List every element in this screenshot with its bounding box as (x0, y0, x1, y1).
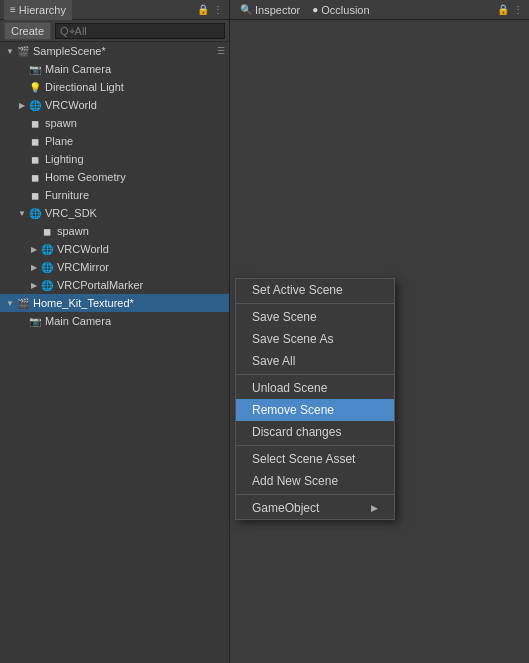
menu-item-add-new-scene[interactable]: Add New Scene (236, 470, 394, 492)
menu-item-save-scene[interactable]: Save Scene (236, 306, 394, 328)
inspector-menu-btn[interactable]: ⋮ (511, 4, 525, 15)
menu-label-select-scene-asset: Select Scene Asset (252, 452, 355, 466)
label-maincamera1: Main Camera (45, 63, 111, 75)
world-icon-2: 🌐 (40, 242, 54, 256)
world-icon-1: 🌐 (28, 98, 42, 112)
search-input[interactable] (55, 23, 225, 39)
menu-label-add-new-scene: Add New Scene (252, 474, 338, 488)
menu-item-unload-scene[interactable]: Unload Scene (236, 377, 394, 399)
menu-item-save-all[interactable]: Save All (236, 350, 394, 372)
right-panel: Set Active Scene Save Scene Save Scene A… (230, 20, 529, 663)
arrow-vrcworld1 (16, 99, 28, 111)
menu-item-save-scene-as[interactable]: Save Scene As (236, 328, 394, 350)
menu-label-save-scene-as: Save Scene As (252, 332, 333, 346)
tree-item-vrcportal[interactable]: 🌐 VRCPortalMarker (0, 276, 229, 294)
occlusion-tab-icon: ● (312, 4, 318, 15)
label-spawn2: spawn (57, 225, 89, 237)
arrow-vrcportal (28, 279, 40, 291)
label-dirlight: Directional Light (45, 81, 124, 93)
inspector-tab-section: 🔍 Inspector ● Occlusion 🔒 ⋮ (230, 0, 529, 19)
menu-item-set-active-scene[interactable]: Set Active Scene (236, 279, 394, 301)
mesh-icon-spawn2: ◼ (40, 224, 54, 238)
main-container: ≡ Hierarchy 🔒 ⋮ 🔍 Inspector ● Occlusion … (0, 0, 529, 663)
sdk-icon-1: 🌐 (28, 206, 42, 220)
hierarchy-menu-btn[interactable]: ⋮ (211, 4, 225, 15)
label-homegeometry: Home Geometry (45, 171, 126, 183)
menu-label-save-scene: Save Scene (252, 310, 317, 324)
separator-1 (236, 303, 394, 304)
tree-item-vrcsdk[interactable]: 🌐 VRC_SDK (0, 204, 229, 222)
arrow-vrcsdk (16, 207, 28, 219)
collapse-btn-samplescene[interactable]: ☰ (217, 46, 229, 56)
camera-icon-1: 📷 (28, 62, 42, 76)
hierarchy-tab-icon: ≡ (10, 4, 16, 15)
separator-3 (236, 445, 394, 446)
tree-item-maincamera2[interactable]: 📷 Main Camera (0, 312, 229, 330)
tree-item-samplescene[interactable]: 🎬 SampleScene* ☰ (0, 42, 229, 60)
tree-item-vrcworld1[interactable]: 🌐 VRCWorld (0, 96, 229, 114)
tree-item-dirlight[interactable]: 💡 Directional Light (0, 78, 229, 96)
tab-occlusion[interactable]: ● Occlusion (306, 0, 375, 20)
tab-inspector[interactable]: 🔍 Inspector (234, 0, 306, 20)
label-furniture: Furniture (45, 189, 89, 201)
tree-item-homegeometry[interactable]: ◼ Home Geometry (0, 168, 229, 186)
tree-item-homekit[interactable]: 🎬 Home_Kit_Textured* (0, 294, 229, 312)
tree-item-vrcmirror[interactable]: 🌐 VRCMirror (0, 258, 229, 276)
menu-label-gameobject: GameObject (252, 501, 319, 515)
camera-icon-2: 📷 (28, 314, 42, 328)
hierarchy-toolbar: Create (0, 20, 229, 42)
inspector-lock-btn[interactable]: 🔒 (495, 4, 511, 15)
label-maincamera2: Main Camera (45, 315, 111, 327)
scene-icon-homekit: 🎬 (16, 296, 30, 310)
mesh-icon-homegeometry: ◼ (28, 170, 42, 184)
tree-item-plane[interactable]: ◼ Plane (0, 132, 229, 150)
tab-hierarchy[interactable]: ≡ Hierarchy (4, 0, 72, 20)
light-icon-1: 💡 (28, 80, 42, 94)
menu-item-remove-scene[interactable]: Remove Scene (236, 399, 394, 421)
create-button[interactable]: Create (4, 22, 51, 40)
hierarchy-tab-actions: 🔒 ⋮ (195, 4, 225, 15)
portal-icon-1: 🌐 (40, 278, 54, 292)
arrow-vrcworld2 (28, 243, 40, 255)
separator-4 (236, 494, 394, 495)
menu-label-set-active-scene: Set Active Scene (252, 283, 343, 297)
label-samplescene: SampleScene* (33, 45, 106, 57)
menu-label-remove-scene: Remove Scene (252, 403, 334, 417)
scene-icon-samplescene: 🎬 (16, 44, 30, 58)
menu-item-discard-changes[interactable]: Discard changes (236, 421, 394, 443)
mesh-icon-spawn1: ◼ (28, 116, 42, 130)
label-vrcworld2: VRCWorld (57, 243, 109, 255)
tree-item-spawn1[interactable]: ◼ spawn (0, 114, 229, 132)
menu-label-save-all: Save All (252, 354, 295, 368)
occlusion-tab-label: Occlusion (321, 4, 369, 16)
menu-item-gameobject[interactable]: GameObject ▶ (236, 497, 394, 519)
label-vrcsdk: VRC_SDK (45, 207, 97, 219)
label-vrcmirror: VRCMirror (57, 261, 109, 273)
mirror-icon-1: 🌐 (40, 260, 54, 274)
tree-item-maincamera1[interactable]: 📷 Main Camera (0, 60, 229, 78)
mesh-icon-lighting: ◼ (28, 152, 42, 166)
top-tab-bar: ≡ Hierarchy 🔒 ⋮ 🔍 Inspector ● Occlusion … (0, 0, 529, 20)
mesh-icon-plane: ◼ (28, 134, 42, 148)
inspector-tab-label: Inspector (255, 4, 300, 16)
label-homekit: Home_Kit_Textured* (33, 297, 134, 309)
hierarchy-lock-btn[interactable]: 🔒 (195, 4, 211, 15)
menu-item-select-scene-asset[interactable]: Select Scene Asset (236, 448, 394, 470)
arrow-samplescene (4, 45, 16, 57)
inspector-tab-icon: 🔍 (240, 4, 252, 15)
mesh-icon-furniture: ◼ (28, 188, 42, 202)
menu-label-discard-changes: Discard changes (252, 425, 341, 439)
menu-label-unload-scene: Unload Scene (252, 381, 327, 395)
separator-2 (236, 374, 394, 375)
tree-item-vrcworld2[interactable]: 🌐 VRCWorld (0, 240, 229, 258)
hierarchy-panel: Create 🎬 SampleScene* ☰ 📷 Main Camera (0, 20, 230, 663)
tree-item-lighting[interactable]: ◼ Lighting (0, 150, 229, 168)
tree-item-spawn2[interactable]: ◼ spawn (0, 222, 229, 240)
tree-item-furniture[interactable]: ◼ Furniture (0, 186, 229, 204)
label-vrcportal: VRCPortalMarker (57, 279, 143, 291)
context-menu: Set Active Scene Save Scene Save Scene A… (235, 278, 395, 520)
arrow-homekit (4, 297, 16, 309)
inspector-tab-actions: 🔒 ⋮ (495, 4, 525, 15)
label-spawn1: spawn (45, 117, 77, 129)
label-plane: Plane (45, 135, 73, 147)
